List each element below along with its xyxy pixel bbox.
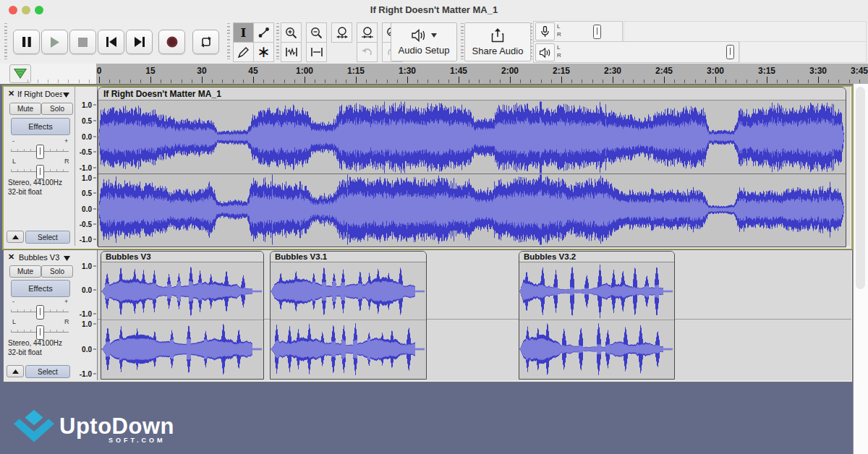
ruler-major-tick bbox=[613, 77, 613, 83]
ruler-time-label: 3:15 bbox=[758, 66, 775, 76]
toolbar-grip[interactable] bbox=[461, 23, 464, 59]
audio-clip[interactable]: Bubbles V3 bbox=[101, 251, 264, 380]
track-2-vertical-scale[interactable]: 1.00.0-1.01.00.0-1.0 bbox=[75, 250, 98, 380]
audio-clip[interactable]: Bubbles V3.1 bbox=[270, 251, 427, 380]
effects-button[interactable]: Effects bbox=[11, 118, 70, 135]
gain-slider[interactable] bbox=[36, 305, 44, 320]
solo-button[interactable]: Solo bbox=[41, 103, 73, 115]
solo-button[interactable]: Solo bbox=[41, 265, 73, 278]
audio-clip[interactable]: If Right Doesn't Matter MA_1 bbox=[98, 87, 846, 247]
waveform-channel-left[interactable] bbox=[101, 263, 262, 320]
waveform-channel-right[interactable] bbox=[101, 320, 262, 378]
zoom-out-button[interactable] bbox=[306, 22, 327, 43]
track-menu-icon[interactable] bbox=[63, 93, 69, 98]
skip-to-start-button[interactable] bbox=[98, 30, 124, 54]
waveform-channel-left[interactable] bbox=[519, 263, 673, 320]
clip-title[interactable]: Bubbles V3.2 bbox=[519, 252, 674, 262]
fit-project-button[interactable] bbox=[357, 22, 378, 43]
skip-to-end-button[interactable] bbox=[126, 30, 153, 54]
mute-button[interactable]: Mute bbox=[9, 103, 41, 115]
record-button[interactable] bbox=[158, 30, 185, 54]
select-track-button[interactable]: Select bbox=[25, 231, 70, 244]
ruler-minor-tick bbox=[48, 80, 48, 83]
audio-setup-button[interactable]: Audio Setup bbox=[391, 22, 457, 61]
ruler-minor-tick bbox=[376, 80, 377, 83]
vertical-scrollbar[interactable] bbox=[853, 84, 868, 454]
track-menu-icon[interactable] bbox=[64, 256, 70, 261]
vertical-scale-label: 1.0 bbox=[82, 320, 92, 328]
audio-clip[interactable]: Bubbles V3.2 bbox=[519, 251, 675, 380]
audio-setup-icon bbox=[412, 29, 427, 42]
trim-audio-outside-selection-button[interactable] bbox=[281, 42, 302, 62]
track-1-title[interactable]: If Right Doesn bbox=[17, 90, 62, 98]
vertical-scale-tick bbox=[93, 374, 96, 374]
ruler-minor-tick bbox=[746, 80, 747, 83]
pause-button[interactable] bbox=[13, 30, 40, 54]
track-workspace[interactable]: ✕ If Right Doesn Mute Solo Effects - + L… bbox=[0, 84, 853, 454]
waveform-channel-right[interactable] bbox=[98, 174, 844, 245]
zoom-in-button[interactable] bbox=[281, 22, 302, 43]
track-2-clip-area[interactable]: Bubbles V3Bubbles V3.1Bubbles V3.2 bbox=[98, 250, 851, 380]
ruler-major-tick bbox=[305, 77, 305, 83]
ruler-major-tick bbox=[253, 77, 254, 83]
share-audio-button[interactable]: Share Audio bbox=[464, 22, 531, 61]
vertical-scale-label: 1.0 bbox=[82, 174, 92, 182]
effects-button[interactable]: Effects bbox=[11, 280, 70, 297]
loop-button[interactable] bbox=[192, 30, 219, 54]
pan-slider[interactable] bbox=[36, 165, 44, 179]
ruler-minor-tick bbox=[592, 80, 593, 83]
ruler-minor-tick bbox=[366, 80, 367, 83]
multi-tool-button[interactable]: ∗ bbox=[253, 42, 274, 62]
collapse-icon bbox=[12, 369, 19, 374]
recording-meter-left-label: L bbox=[557, 24, 560, 30]
recording-meter[interactable]: L R bbox=[533, 21, 623, 42]
pan-slider[interactable] bbox=[36, 325, 44, 340]
waveform-channel-left[interactable] bbox=[98, 101, 844, 174]
silence-audio-selection-button[interactable] bbox=[306, 42, 327, 62]
ruler-minor-tick bbox=[263, 80, 264, 83]
ruler-minor-tick bbox=[212, 80, 213, 83]
ruler-minor-tick bbox=[222, 80, 223, 83]
ruler-major-tick bbox=[561, 77, 562, 83]
select-track-button[interactable]: Select bbox=[25, 365, 70, 378]
draw-tool-button[interactable] bbox=[233, 42, 254, 62]
collapse-track-button[interactable] bbox=[7, 231, 24, 243]
chevron-down-icon bbox=[431, 33, 437, 38]
gain-slider[interactable] bbox=[36, 145, 44, 159]
pan-left-label: L bbox=[12, 158, 16, 165]
playback-volume-slider[interactable] bbox=[726, 45, 734, 59]
track-1-clip-area[interactable]: If Right Doesn't Matter MA_1 bbox=[98, 87, 850, 246]
clip-title[interactable]: If Right Doesn't Matter MA_1 bbox=[98, 87, 846, 100]
close-track-button[interactable]: ✕ bbox=[8, 252, 14, 262]
ruler-time-label: 3:00 bbox=[707, 66, 724, 76]
toolbar-grip[interactable] bbox=[4, 23, 7, 59]
undo-button[interactable] bbox=[357, 42, 378, 62]
toolbar-empty-area bbox=[739, 41, 867, 63]
playback-meter[interactable]: L R bbox=[533, 41, 739, 63]
clip-title[interactable]: Bubbles V3 bbox=[101, 252, 263, 262]
fit-selection-button[interactable] bbox=[331, 22, 352, 43]
microphone-icon[interactable] bbox=[535, 22, 555, 40]
vertical-scrollbar-thumb[interactable] bbox=[856, 87, 865, 289]
envelope-tool-button[interactable] bbox=[253, 22, 274, 43]
close-track-button[interactable]: ✕ bbox=[8, 89, 14, 98]
play-button[interactable] bbox=[41, 30, 68, 54]
selection-tool-button[interactable]: I bbox=[233, 22, 254, 43]
track-2-title[interactable]: Bubbles V3 bbox=[19, 253, 61, 262]
mute-button[interactable]: Mute bbox=[9, 265, 41, 278]
toolbar-grip[interactable] bbox=[276, 23, 279, 59]
ruler-time-label: 1:00 bbox=[296, 66, 313, 76]
track-1-vertical-scale[interactable]: 1.00.50.0-0.5-1.01.00.50.0-0.5-1.0 bbox=[75, 87, 98, 246]
clip-title[interactable]: Bubbles V3.1 bbox=[271, 252, 426, 262]
speaker-icon[interactable] bbox=[535, 43, 555, 61]
vertical-scale-label: -1.0 bbox=[80, 310, 92, 318]
waveform-channel-right[interactable] bbox=[271, 320, 425, 378]
stop-button[interactable] bbox=[69, 30, 96, 54]
waveform-channel-left[interactable] bbox=[271, 263, 425, 320]
collapse-track-button[interactable] bbox=[7, 365, 24, 377]
recording-volume-slider[interactable] bbox=[593, 25, 601, 39]
waveform-channel-right[interactable] bbox=[519, 320, 673, 378]
timeline-ruler[interactable]: 01530451:001:151:301:452:002:152:302:453… bbox=[0, 64, 868, 85]
toolbar-grip[interactable] bbox=[227, 23, 230, 59]
ruler-major-tick bbox=[459, 77, 459, 83]
